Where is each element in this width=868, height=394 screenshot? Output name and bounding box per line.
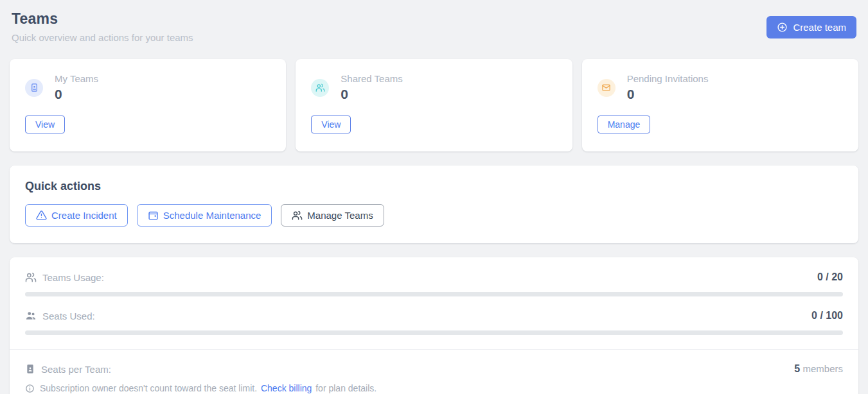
stat-card-label: Shared Teams — [341, 73, 402, 84]
plus-circle-icon — [777, 22, 788, 33]
quick-actions-panel: Quick actions Create Incident Schedule M… — [10, 166, 858, 243]
users-filled-icon — [25, 310, 37, 321]
stat-card-my-teams: My Teams 0 View — [10, 59, 286, 151]
teams-usage-progressbar — [25, 292, 843, 296]
seats-per-team-unit: members — [802, 363, 843, 374]
users-icon — [311, 79, 329, 97]
stat-card-label: Pending Invitations — [627, 73, 709, 84]
seats-used-progressbar — [25, 330, 843, 335]
teams-usage-row: Teams Usage: 0 / 20 — [25, 271, 843, 283]
page-title: Teams — [12, 10, 193, 28]
stat-cards-row: My Teams 0 View Shared Teams 0 View — [10, 59, 858, 151]
badge-icon — [25, 364, 35, 374]
check-billing-link[interactable]: Check billing — [261, 383, 312, 393]
manage-teams-label: Manage Teams — [307, 210, 373, 221]
page-subtitle: Quick overview and actions for your team… — [12, 32, 193, 43]
teams-page: Teams Quick overview and actions for you… — [0, 0, 868, 394]
seat-limit-note: Subscription owner doesn't count toward … — [25, 383, 843, 393]
create-team-label: Create team — [793, 22, 846, 33]
create-team-button[interactable]: Create team — [766, 16, 856, 39]
header-text: Teams Quick overview and actions for you… — [12, 10, 193, 43]
seats-per-team-row: Seats per Team: 5 members — [25, 363, 843, 375]
usage-panel: Teams Usage: 0 / 20 Seats Used: 0 / 100 — [10, 257, 858, 394]
note-text: Subscription owner doesn't count toward … — [40, 383, 376, 393]
stat-card-value: 0 — [55, 87, 98, 102]
calendar-icon — [148, 210, 159, 221]
seats-per-team-label: Seats per Team: — [41, 364, 111, 375]
view-shared-teams-button[interactable]: View — [311, 116, 351, 133]
schedule-maintenance-button[interactable]: Schedule Maintenance — [137, 204, 272, 227]
warning-icon — [36, 210, 47, 221]
stat-card-shared-teams: Shared Teams 0 View — [296, 59, 572, 151]
mail-icon — [598, 79, 616, 97]
schedule-maintenance-label: Schedule Maintenance — [163, 210, 261, 221]
teams-usage-label: Teams Usage: — [42, 272, 104, 283]
badge-icon — [25, 79, 43, 97]
create-incident-label: Create Incident — [51, 210, 117, 221]
view-my-teams-button[interactable]: View — [25, 116, 65, 133]
manage-teams-button[interactable]: Manage Teams — [281, 204, 384, 227]
manage-invitations-button[interactable]: Manage — [598, 116, 651, 133]
seats-used-row: Seats Used: 0 / 100 — [25, 310, 843, 321]
users-outline-icon — [25, 271, 37, 283]
stat-card-value: 0 — [341, 87, 402, 102]
info-icon — [25, 384, 35, 393]
teams-usage-value: 0 / 20 — [817, 271, 843, 283]
divider — [10, 349, 858, 350]
seats-used-label: Seats Used: — [42, 311, 95, 321]
seats-used-value: 0 / 100 — [811, 310, 843, 321]
quick-actions-title: Quick actions — [25, 180, 843, 193]
seats-per-team-value: 5 — [794, 363, 800, 374]
create-incident-button[interactable]: Create Incident — [25, 204, 128, 227]
page-header: Teams Quick overview and actions for you… — [10, 9, 858, 43]
stat-card-pending-invitations: Pending Invitations 0 Manage — [582, 59, 858, 151]
users-icon — [292, 210, 303, 221]
stat-card-value: 0 — [627, 87, 709, 102]
stat-card-label: My Teams — [55, 73, 98, 84]
